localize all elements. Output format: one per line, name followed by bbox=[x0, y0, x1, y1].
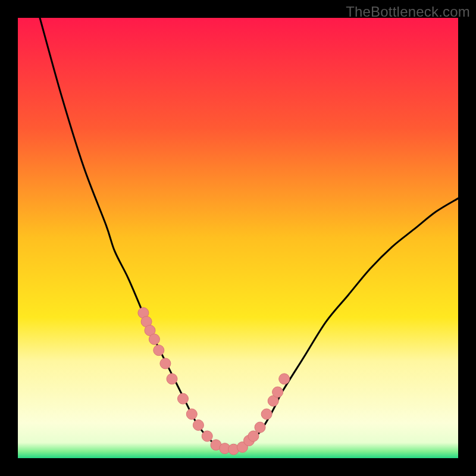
highlight-marker bbox=[261, 409, 272, 419]
plot-area bbox=[18, 18, 458, 458]
highlight-marker bbox=[167, 374, 177, 384]
chart-stage: TheBottleneck.com bbox=[0, 0, 476, 476]
gradient-background bbox=[18, 18, 458, 458]
highlight-marker bbox=[154, 345, 164, 356]
highlight-marker bbox=[186, 409, 197, 419]
bottleneck-chart-svg bbox=[18, 18, 458, 458]
highlight-marker bbox=[193, 420, 203, 431]
highlight-marker bbox=[248, 431, 259, 441]
highlight-marker bbox=[160, 358, 171, 369]
highlight-marker bbox=[273, 387, 283, 397]
highlight-marker bbox=[202, 431, 212, 441]
highlight-marker bbox=[279, 374, 290, 384]
highlight-marker bbox=[178, 393, 189, 404]
highlight-marker bbox=[149, 334, 159, 345]
highlight-marker bbox=[255, 422, 265, 433]
